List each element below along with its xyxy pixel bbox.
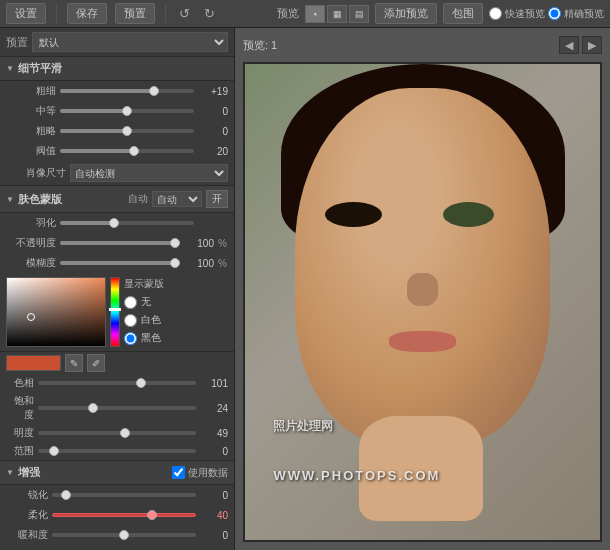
use-data-label: 使用数据 bbox=[188, 466, 228, 480]
section-enhance-title: 增强 bbox=[18, 465, 40, 480]
settings-button[interactable]: 设置 bbox=[6, 3, 46, 24]
enhance-use-data-checkbox[interactable] bbox=[172, 466, 185, 479]
blur-value: 100 bbox=[184, 258, 214, 269]
soften-thumb[interactable] bbox=[147, 510, 157, 520]
wrap-button[interactable]: 包围 bbox=[443, 3, 483, 24]
skin-mask-triangle-icon: ▼ bbox=[6, 195, 14, 204]
radio-black-input[interactable] bbox=[124, 332, 137, 345]
brightness-slider-track bbox=[38, 431, 196, 435]
slider-medium-thumb[interactable] bbox=[122, 106, 132, 116]
feather-track bbox=[60, 221, 194, 225]
color-swatch[interactable] bbox=[6, 355, 61, 371]
color-right-panel: 显示蒙版 无 白色 黑色 bbox=[124, 277, 228, 347]
slider-row-opacity: 不透明度 100 % bbox=[0, 233, 234, 253]
portrait-size-select[interactable]: 自动检测 bbox=[70, 164, 228, 182]
section-skin-mask-header[interactable]: ▼ 肤色蒙版 自动 自动 开 bbox=[0, 186, 234, 213]
slider-row-feather: 羽化 bbox=[0, 213, 234, 233]
warmth-thumb[interactable] bbox=[119, 530, 129, 540]
feather-label: 羽化 bbox=[6, 216, 56, 230]
quick-preview-radio[interactable] bbox=[489, 7, 502, 20]
enhance-warmth-row: 暖和度 0 bbox=[0, 525, 234, 545]
view-split-h[interactable]: ▦ bbox=[327, 5, 347, 23]
enhance-sharpen-row: 锐化 0 bbox=[0, 485, 234, 505]
eyedropper-btn-1[interactable]: ✎ bbox=[65, 354, 83, 372]
photo-face bbox=[295, 88, 551, 445]
warmth-track bbox=[52, 533, 196, 537]
save-button[interactable]: 保存 bbox=[67, 3, 107, 24]
slider-row-coarse: 粗细 +19 bbox=[0, 81, 234, 101]
quick-preview-label: 快速预览 bbox=[505, 7, 545, 21]
photo-preview: 照片处理网 WWW.PHOTOPS.COM bbox=[245, 64, 600, 540]
radio-none-input[interactable] bbox=[124, 296, 137, 309]
color-picker-dot[interactable] bbox=[27, 313, 35, 321]
sharpen-thumb[interactable] bbox=[61, 490, 71, 500]
blur-slider bbox=[60, 256, 180, 270]
slider-row-blur: 模糊度 100 % bbox=[0, 253, 234, 273]
slider-threshold-container bbox=[60, 144, 194, 158]
enhance-color-row: 色彩 0 bbox=[0, 545, 234, 550]
preset-row: 预置 默认 bbox=[0, 28, 234, 57]
radio-white-input[interactable] bbox=[124, 314, 137, 327]
feather-thumb[interactable] bbox=[109, 218, 119, 228]
saturation-value: 24 bbox=[200, 403, 228, 414]
portrait-size-label: 肖像尺寸 bbox=[6, 166, 66, 180]
enhance-soften-row: 柔化 40 bbox=[0, 505, 234, 525]
range-slider-track bbox=[38, 449, 196, 453]
section-enhance-header[interactable]: ▼ 增强 使用数据 bbox=[0, 461, 234, 485]
redo-button[interactable]: ↻ bbox=[201, 6, 218, 21]
slider-coarse-container bbox=[60, 84, 194, 98]
hsl-range-row: 范围 0 bbox=[0, 442, 234, 460]
skin-auto-label: 自动 bbox=[128, 192, 148, 206]
hue-thumb[interactable] bbox=[109, 308, 121, 311]
blur-thumb[interactable] bbox=[170, 258, 180, 268]
view-split-v[interactable]: ▤ bbox=[349, 5, 369, 23]
slider-rough-label: 粗略 bbox=[6, 124, 56, 138]
view-single[interactable]: ▪ bbox=[305, 5, 325, 23]
add-preview-button[interactable]: 添加预览 bbox=[375, 3, 437, 24]
sharpen-value: 0 bbox=[200, 490, 228, 501]
accurate-preview-radio[interactable] bbox=[548, 7, 561, 20]
preview-label-top: 预览 bbox=[277, 6, 299, 21]
slider-medium-fill bbox=[60, 109, 127, 113]
right-panel: 预览: 1 ◀ ▶ bbox=[235, 28, 610, 550]
sharpen-track bbox=[52, 493, 196, 497]
preset-button[interactable]: 预置 bbox=[115, 3, 155, 24]
preset-select[interactable]: 默认 bbox=[32, 32, 228, 52]
opacity-value: 100 bbox=[184, 238, 214, 249]
skin-toggle-btn[interactable]: 开 bbox=[206, 190, 228, 208]
preview-prev-btn[interactable]: ◀ bbox=[559, 36, 579, 54]
slider-coarse-thumb[interactable] bbox=[149, 86, 159, 96]
slider-threshold-fill bbox=[60, 149, 134, 153]
hue-label: 色相 bbox=[6, 376, 34, 390]
undo-button[interactable]: ↺ bbox=[176, 6, 193, 21]
radio-black-label: 黑色 bbox=[141, 331, 161, 345]
slider-coarse-track bbox=[60, 89, 194, 93]
section-detail-smoothing-header[interactable]: ▼ 细节平滑 bbox=[0, 57, 234, 81]
brightness-label: 明度 bbox=[6, 426, 34, 440]
slider-coarse-label: 粗细 bbox=[6, 84, 56, 98]
slider-rough-container bbox=[60, 124, 194, 138]
hue-slider-thumb[interactable] bbox=[136, 378, 146, 388]
slider-coarse-fill bbox=[60, 89, 154, 93]
color-picker-box[interactable] bbox=[6, 277, 106, 347]
opacity-thumb[interactable] bbox=[170, 238, 180, 248]
feather-slider bbox=[60, 216, 194, 230]
opacity-unit: % bbox=[218, 238, 228, 249]
hsl-brightness-row: 明度 49 bbox=[0, 424, 234, 442]
preset-label: 预置 bbox=[6, 35, 28, 50]
slider-threshold-thumb[interactable] bbox=[129, 146, 139, 156]
saturation-slider-thumb[interactable] bbox=[88, 403, 98, 413]
range-slider-thumb[interactable] bbox=[49, 446, 59, 456]
opacity-fill bbox=[60, 241, 180, 245]
radio-black: 黑色 bbox=[124, 331, 228, 345]
color-hue-bar[interactable] bbox=[110, 277, 120, 347]
app-container: 设置 保存 预置 ↺ ↻ 预览 ▪ ▦ ▤ 添加预览 包围 快速预览 精确预览 bbox=[0, 0, 610, 550]
skin-auto-select[interactable]: 自动 bbox=[152, 191, 202, 207]
preview-next-btn[interactable]: ▶ bbox=[582, 36, 602, 54]
slider-rough-thumb[interactable] bbox=[122, 126, 132, 136]
radio-white: 白色 bbox=[124, 313, 228, 327]
brightness-slider-thumb[interactable] bbox=[120, 428, 130, 438]
preview-number-bar: 预览: 1 ◀ ▶ bbox=[243, 36, 602, 54]
photo-nose bbox=[407, 273, 438, 305]
eyedropper-btn-2[interactable]: ✐ bbox=[87, 354, 105, 372]
